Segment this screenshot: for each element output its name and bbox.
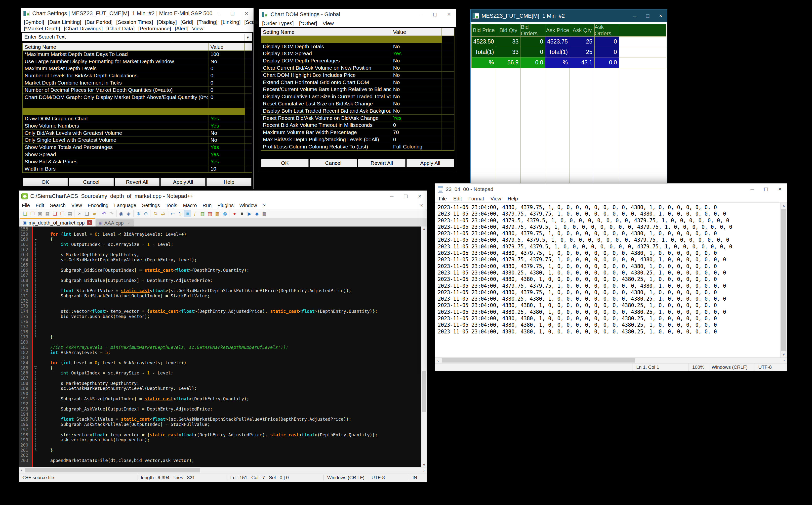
find-icon[interactable]: ◉ <box>118 210 125 217</box>
market-depth-titlebar[interactable]: MESZ23_FUT_CME[M] 1 Min #2 – □ × <box>471 9 667 22</box>
settings-row[interactable]: Chart DOM/DOM Graph: Only Display Market… <box>23 94 252 101</box>
word-wrap-icon[interactable]: ↩ <box>169 210 176 217</box>
settings-row[interactable]: Market Depth Combine Increment in Ticks0 <box>23 79 252 87</box>
apply-all-button[interactable]: Apply All <box>161 178 206 186</box>
notepad-titlebar[interactable]: 23_04_00 - Notepad – □ × <box>435 183 787 195</box>
minimize-icon[interactable]: – <box>212 8 226 19</box>
fold-margin[interactable]: ┆ <box>33 304 38 309</box>
macro-save-icon[interactable]: ◆ <box>253 210 260 217</box>
cancel-button[interactable]: Cancel <box>69 178 114 186</box>
fold-margin[interactable]: ┆ <box>33 247 38 252</box>
menu-item-cs-symbol[interactable]: [Symbol] <box>24 19 44 25</box>
horizontal-scrollbar[interactable]: ‹ › <box>435 357 787 363</box>
tab-close-icon[interactable]: × <box>126 221 131 226</box>
zoom-in-icon[interactable]: ⊕ <box>135 210 142 217</box>
menu-item-npp-edit[interactable]: Edit <box>35 203 44 208</box>
settings-row[interactable]: Reset Cumulative Last Size on Bid Ask Ch… <box>261 100 454 108</box>
close-icon[interactable]: × <box>773 183 787 195</box>
settings-row[interactable]: Only Bid/Ask Levels with Greatest Volume… <box>23 130 252 137</box>
editor-area[interactable]: 158 159 for (int Level = 0; Level < BidA… <box>19 226 427 467</box>
settings-row[interactable]: Only Single Level with Greatest VolumeNo <box>23 137 252 144</box>
fold-margin[interactable]: ┆ <box>33 258 38 263</box>
minimize-icon[interactable]: – <box>745 183 759 195</box>
dom-row-level[interactable]: 4523.503304523.75250 <box>472 36 666 47</box>
maximize-icon[interactable]: □ <box>759 183 773 195</box>
scroll-left-icon[interactable]: ‹ <box>19 468 24 473</box>
fold-margin[interactable]: ┆ <box>33 401 38 406</box>
fold-margin[interactable]: ┆ <box>33 329 38 335</box>
scroll-right-icon[interactable]: › <box>421 468 427 473</box>
menu-item-npp-plugins[interactable]: Plugins <box>217 203 234 208</box>
settings-row[interactable]: Display DOM SpreadYes <box>261 50 454 57</box>
settings-row[interactable]: Display Both Last Traded Recent Bid and … <box>261 108 454 115</box>
scrollbar-thumb[interactable] <box>781 209 786 351</box>
settings-row[interactable]: Number of Decimal Places for Market Dept… <box>23 87 252 94</box>
menu-item-cs-display[interactable]: [Display] <box>157 19 177 25</box>
fold-margin[interactable]: ┆ <box>33 381 38 386</box>
menu-item-npp-language[interactable]: Language <box>114 203 136 208</box>
fold-margin[interactable]: ┆ <box>33 396 38 401</box>
tab-close-icon[interactable]: × <box>87 220 92 225</box>
macro-multi-run-icon[interactable]: ▩ <box>261 210 268 217</box>
vertical-scrollbar[interactable]: ∧ ∨ <box>780 203 787 357</box>
scrollbar-thumb[interactable] <box>25 468 200 472</box>
menu-item-cs-chart-drawings[interactable]: [Chart Drawings] <box>64 26 102 32</box>
fold-margin[interactable]: ┆ <box>33 242 38 247</box>
scroll-up-icon[interactable]: ∧ <box>422 226 427 231</box>
settings-row[interactable]: Clear Current Bid/Ask Volume on New Posi… <box>261 64 454 71</box>
menu-item-cd-view[interactable]: View <box>322 20 334 26</box>
help-button[interactable]: Help <box>207 178 251 186</box>
macro-play-icon[interactable]: ▶ <box>246 210 253 217</box>
fold-margin[interactable]: └ <box>33 334 38 340</box>
menu-item-cd-order-types[interactable]: [Order Types] <box>262 20 294 26</box>
fold-margin[interactable] <box>33 453 38 458</box>
fold-margin[interactable]: ┆ <box>33 370 38 376</box>
fold-margin[interactable]: ┆ <box>33 263 38 268</box>
open-file-icon[interactable]: ❐ <box>29 210 36 217</box>
menu-item-np-edit[interactable]: Edit <box>453 196 462 202</box>
search-dropdown-arrow-icon[interactable]: ▼ <box>244 34 251 41</box>
revert-all-button[interactable]: Revert All <box>358 159 405 167</box>
fold-margin[interactable]: ┆ <box>33 268 38 273</box>
document-switcher-icon[interactable]: ▧ <box>207 210 214 217</box>
fold-margin[interactable]: ┆ <box>33 319 38 324</box>
menu-item-cs-scale[interactable]: [Scale] <box>244 19 260 25</box>
scroll-left-icon[interactable]: ‹ <box>435 358 441 363</box>
settings-row[interactable]: Chart DOM Highlight Box Includes PriceNo <box>261 71 454 79</box>
notepadpp-titlebar[interactable]: C:\SierraChart\ACS_Source\my_depth_of_ma… <box>19 191 427 202</box>
sync-vertical-icon[interactable]: ⇅ <box>152 210 159 217</box>
fold-margin[interactable]: └ <box>33 448 38 453</box>
menu-item-cs-trading[interactable]: [Trading] <box>197 19 217 25</box>
maximize-icon[interactable]: □ <box>399 191 413 202</box>
menu-item-np-format[interactable]: Format <box>468 196 484 202</box>
redo-icon[interactable]: ↷ <box>108 210 115 217</box>
cancel-button[interactable]: Cancel <box>310 159 357 167</box>
sync-horizontal-icon[interactable]: ⇄ <box>160 210 167 217</box>
scrollbar-thumb[interactable] <box>442 358 635 362</box>
print-icon[interactable]: ▤ <box>66 210 73 217</box>
menu-item-npp-window[interactable]: Window <box>239 203 257 208</box>
menu-item-np-file[interactable]: File <box>439 196 447 202</box>
fold-margin[interactable]: ┆ <box>33 324 38 329</box>
fold-margin[interactable]: ┆ <box>33 299 38 304</box>
menu-item-cs-chart-data[interactable]: [Chart Data] <box>106 26 134 32</box>
fold-margin[interactable]: ┆ <box>33 443 38 448</box>
menu-item-npp-view[interactable]: View <box>71 203 82 208</box>
fold-margin[interactable]: ┆ <box>33 412 38 417</box>
menu-item-cs-linking[interactable]: [Linking] <box>221 19 241 25</box>
fold-margin[interactable]: ┆ <box>33 438 38 443</box>
settings-row[interactable]: Profit/Loss Column Coloring Relative To … <box>261 143 454 150</box>
settings-row[interactable]: Display DOM Depth TotalsNo <box>261 43 454 50</box>
fold-margin[interactable]: ┆ <box>33 376 38 381</box>
tab-my-depth-of-market-cpp[interactable]: ▣my_depth_of_market.cpp× <box>20 218 95 226</box>
folder-as-workspace-icon[interactable]: ▨ <box>214 210 221 217</box>
settings-row[interactable]: Number of Levels for Bid/Ask Depth Calcu… <box>23 72 252 79</box>
settings-row[interactable]: *Maximum Market Depth Data Days To Load1… <box>23 51 252 58</box>
column-header-setting-name[interactable]: Setting Name <box>261 28 391 35</box>
close-icon[interactable]: × <box>413 191 427 202</box>
fold-margin[interactable]: ┆ <box>33 273 38 278</box>
minimize-icon[interactable]: – <box>414 9 428 20</box>
menu-item-cs-grid[interactable]: [Grid] <box>181 19 193 25</box>
fold-margin[interactable] <box>33 226 38 232</box>
minimize-icon[interactable]: – <box>385 191 399 202</box>
